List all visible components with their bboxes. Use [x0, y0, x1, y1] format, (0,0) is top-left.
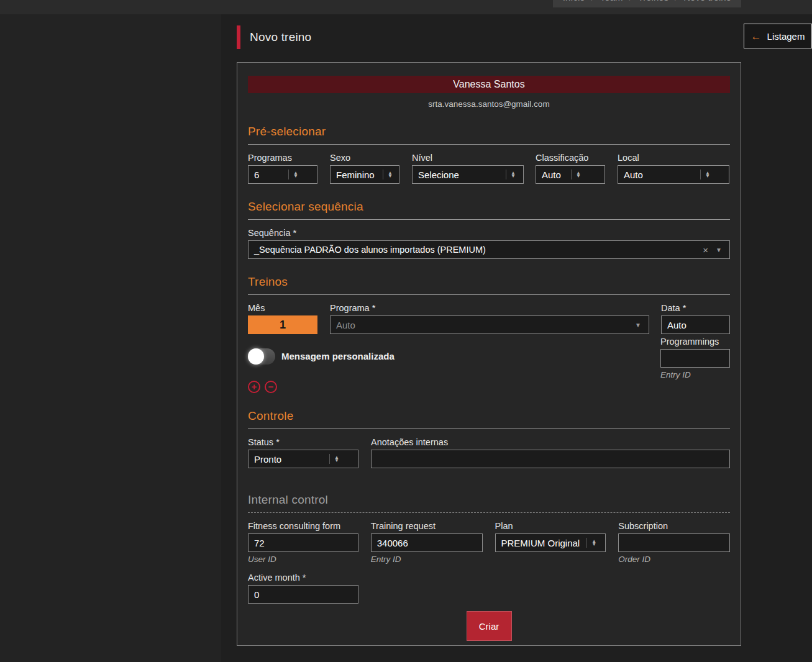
clear-icon[interactable]: ×: [703, 245, 708, 255]
data-label: Data *: [661, 303, 730, 313]
remove-row-icon[interactable]: −: [265, 381, 277, 393]
select-spinner-icon: ▲▼: [511, 171, 516, 178]
training-request-label: Training request: [371, 521, 483, 531]
sexo-value: Feminino: [336, 170, 375, 180]
programa-placeholder: Auto: [336, 320, 355, 330]
nivel-value: Selecione: [418, 170, 459, 180]
student-email: srta.vanessa.santos@gmail.com: [248, 99, 730, 109]
classificacao-value: Auto: [542, 170, 561, 180]
breadcrumb-separator: /: [629, 0, 631, 2]
internal-control-row: Fitness consulting form User ID Training…: [248, 521, 730, 564]
programmings-label: Programmings: [660, 337, 730, 347]
training-request-input[interactable]: [371, 533, 483, 552]
chevron-down-icon[interactable]: ▼: [716, 247, 722, 253]
fitness-consulting-form-input[interactable]: [248, 533, 358, 552]
student-name: Vanessa Santos: [453, 79, 524, 90]
breadcrumb-separator: /: [675, 0, 677, 2]
student-name-banner: Vanessa Santos: [248, 76, 730, 93]
programmings-hint: Entry ID: [660, 370, 730, 379]
programas-value: 6: [254, 170, 259, 180]
local-label: Local: [618, 153, 729, 163]
breadcrumb-item-treinos[interactable]: Treinos: [638, 0, 668, 2]
sequencia-value: _Sequência PADRÃO dos alunos importados …: [254, 245, 486, 255]
status-value: Pronto: [254, 454, 281, 465]
chevron-down-icon: ▼: [635, 322, 641, 329]
treinos-row: Mês 1 Programa * Auto ▼ Data *: [248, 303, 730, 334]
add-row-icon[interactable]: +: [248, 381, 260, 393]
main-content: Novo treino ← Listagem Vanessa Santos sr…: [221, 14, 812, 662]
subscription-input[interactable]: [618, 533, 730, 552]
local-value: Auto: [624, 170, 643, 180]
data-input[interactable]: [661, 315, 730, 334]
breadcrumb-item-novo-treino: Novo treino: [683, 0, 731, 2]
select-spinner-icon: ▲▼: [334, 456, 339, 462]
plan-value: PREMIUM Original: [501, 538, 580, 548]
breadcrumb-separator: /: [591, 0, 594, 2]
active-month-input[interactable]: [248, 585, 358, 604]
listagem-button[interactable]: ← Listagem: [744, 24, 812, 48]
breadcrumb: Início / Team / Treinos / Novo treino: [553, 0, 741, 7]
programa-label: Programa *: [330, 303, 649, 313]
criar-button[interactable]: Criar: [467, 611, 512, 641]
breadcrumb-item-team[interactable]: Team: [600, 0, 623, 2]
programa-select[interactable]: Auto ▼: [330, 315, 649, 334]
mes-label: Mês: [248, 303, 317, 313]
form-card: Vanessa Santos srta.vanessa.santos@gmail…: [237, 62, 741, 646]
arrow-left-icon: ←: [751, 31, 762, 42]
section-divider: [248, 219, 730, 220]
nivel-select[interactable]: Selecione ▲▼: [412, 165, 524, 184]
page-header: Novo treino: [237, 25, 741, 50]
status-select[interactable]: Pronto ▲▼: [248, 450, 358, 468]
user-id-hint: User ID: [248, 555, 358, 564]
section-divider: [248, 294, 730, 295]
fitness-consulting-form-label: Fitness consulting form: [248, 521, 358, 531]
anotacoes-internas-input[interactable]: [371, 450, 730, 468]
section-title-treinos: Treinos: [248, 275, 730, 289]
mes-value: 1: [280, 319, 286, 332]
plan-label: Plan: [495, 521, 606, 531]
select-spinner-icon: ▲▼: [591, 540, 596, 546]
section-title-preselecionar: Pré-selecionar: [248, 125, 730, 138]
select-spinner-icon: ▲▼: [576, 171, 581, 178]
programas-label: Programas: [248, 153, 317, 163]
select-spinner-icon: ▲▼: [388, 171, 393, 178]
toggle-knob: [248, 348, 264, 365]
subscription-label: Subscription: [618, 521, 730, 531]
mensagem-personalizada-toggle[interactable]: [248, 348, 275, 365]
breadcrumb-item-inicio[interactable]: Início: [563, 0, 585, 2]
nivel-label: Nível: [412, 153, 524, 163]
status-label: Status *: [248, 437, 358, 447]
sexo-label: Sexo: [330, 153, 399, 163]
anotacoes-internas-label: Anotações internas: [371, 437, 730, 447]
sequencia-combobox[interactable]: _Sequência PADRÃO dos alunos importados …: [248, 240, 730, 259]
programmings-input[interactable]: [660, 349, 730, 368]
sexo-select[interactable]: Feminino ▲▼: [330, 165, 399, 184]
sequencia-label: Sequência *: [248, 228, 730, 238]
section-title-internal-control: Internal control: [248, 493, 730, 507]
section-title-selecionar-sequencia: Selecionar sequência: [248, 200, 730, 214]
top-bar: Início / Team / Treinos / Novo treino: [0, 0, 812, 14]
select-spinner-icon: ▲▼: [293, 171, 298, 178]
classificacao-label: Classificação: [536, 153, 605, 163]
mensagem-personalizada-label: Mensagem personalizada: [281, 351, 395, 361]
preselect-row: Programas 6 ▲▼ Sexo Feminino ▲▼ Nível Se…: [248, 153, 730, 184]
classificacao-select[interactable]: Auto ▲▼: [536, 165, 605, 184]
active-month-label: Active month *: [248, 573, 358, 583]
order-id-hint: Order ID: [618, 555, 730, 564]
select-spinner-icon: ▲▼: [705, 171, 710, 178]
local-select[interactable]: Auto ▲▼: [618, 165, 729, 184]
section-divider-dashed: [248, 512, 730, 513]
section-title-controle: Controle: [248, 409, 730, 423]
title-accent-bar: [237, 25, 240, 49]
page-title: Novo treino: [250, 30, 311, 44]
mes-value-box[interactable]: 1: [248, 315, 317, 334]
section-divider: [248, 428, 730, 429]
entry-id-hint: Entry ID: [371, 555, 483, 564]
plan-select[interactable]: PREMIUM Original ▲▼: [495, 533, 606, 552]
programas-select[interactable]: 6 ▲▼: [248, 165, 317, 184]
listagem-button-label: Listagem: [767, 31, 805, 42]
section-divider: [248, 144, 730, 145]
